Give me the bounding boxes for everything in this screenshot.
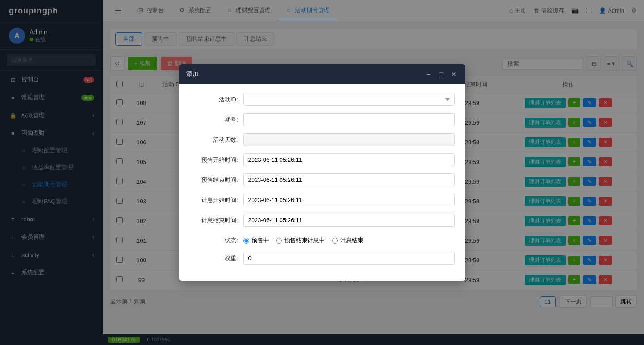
status-interest-end-label: 计息结束 xyxy=(340,236,363,244)
form-row-days: 活动天数: xyxy=(190,133,455,146)
modal-body: 活动ID: 期号: 活动天数: xyxy=(179,84,465,281)
activity-id-label: 活动ID: xyxy=(190,93,243,104)
weight-control xyxy=(243,252,455,265)
status-presale-end-label: 预售结束计息中 xyxy=(284,236,325,244)
form-row-weight: 权重: xyxy=(190,252,455,265)
status-presale-end-radio[interactable] xyxy=(276,238,282,244)
presale-end-control xyxy=(243,173,455,186)
weight-label: 权重: xyxy=(190,252,243,262)
form-row-status: 状态: 预售中 预售结束计息中 计息结束 xyxy=(190,234,455,244)
modal-title: 添加 xyxy=(186,70,199,78)
status-radio-group: 预售中 预售结束计息中 计息结束 xyxy=(243,234,455,244)
activity-days-input[interactable] xyxy=(243,133,455,146)
modal-header-buttons: − □ ✕ xyxy=(424,70,458,79)
status-label: 状态: xyxy=(190,234,243,244)
presale-end-input[interactable] xyxy=(243,173,455,186)
activity-id-select[interactable] xyxy=(243,93,455,106)
weight-input[interactable] xyxy=(243,252,455,265)
presale-start-control xyxy=(243,153,455,166)
form-row-interest-end: 计息结束时间: xyxy=(190,214,455,227)
status-interest-end-radio[interactable] xyxy=(332,238,338,244)
interest-start-label: 计息开始时间: xyxy=(190,194,243,204)
modal-overlay[interactable]: 添加 − □ ✕ 活动ID: 期号: xyxy=(0,0,644,345)
activity-days-label: 活动天数: xyxy=(190,133,243,144)
modal-header: 添加 − □ ✕ xyxy=(179,64,465,84)
form-row-presale-end: 预售结束时间: xyxy=(190,173,455,186)
status-presale-end-interest[interactable]: 预售结束计息中 xyxy=(276,236,325,244)
period-control xyxy=(243,113,455,126)
activity-id-control xyxy=(243,93,455,106)
interest-start-control xyxy=(243,194,455,206)
close-button[interactable]: ✕ xyxy=(449,70,458,79)
period-input[interactable] xyxy=(243,113,455,126)
days-control xyxy=(243,133,455,146)
status-interest-end[interactable]: 计息结束 xyxy=(332,236,363,244)
status-presale[interactable]: 预售中 xyxy=(243,236,269,244)
interest-end-input[interactable] xyxy=(243,214,455,227)
period-label: 期号: xyxy=(190,113,243,124)
add-modal: 添加 − □ ✕ 活动ID: 期号: xyxy=(179,64,465,281)
form-row-activity-id: 活动ID: xyxy=(190,93,455,106)
status-control: 预售中 预售结束计息中 计息结束 xyxy=(243,234,455,244)
interest-end-label: 计息结束时间: xyxy=(190,214,243,224)
presale-start-label: 预售开始时间: xyxy=(190,153,243,164)
restore-button[interactable]: □ xyxy=(437,70,446,79)
interest-start-input[interactable] xyxy=(243,194,455,206)
form-row-presale-start: 预售开始时间: xyxy=(190,153,455,166)
form-row-period: 期号: xyxy=(190,113,455,126)
status-presale-label: 预售中 xyxy=(252,236,269,244)
minimize-button[interactable]: − xyxy=(424,70,433,79)
status-presale-radio[interactable] xyxy=(243,238,249,244)
presale-end-label: 预售结束时间: xyxy=(190,173,243,184)
presale-start-input[interactable] xyxy=(243,153,455,166)
interest-end-control xyxy=(243,214,455,227)
form-row-interest-start: 计息开始时间: xyxy=(190,194,455,206)
